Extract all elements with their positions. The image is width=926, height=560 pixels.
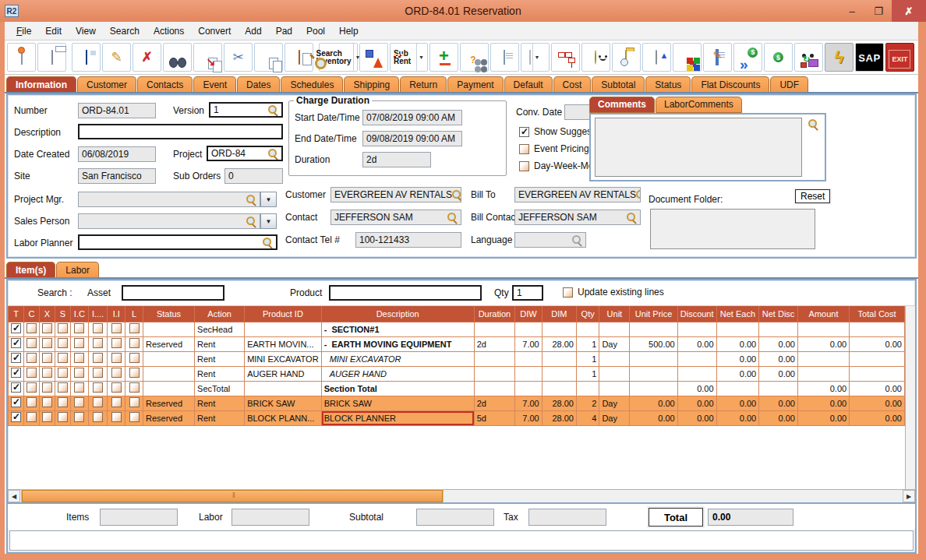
col-header-x[interactable]: X	[40, 306, 55, 322]
bill-to-search-icon[interactable]	[636, 190, 641, 200]
row-checkbox[interactable]	[93, 397, 103, 407]
row-checkbox[interactable]	[129, 397, 140, 407]
product-input[interactable]	[329, 285, 482, 301]
sales-person-dropdown[interactable]: ▼	[260, 213, 277, 229]
tab-default[interactable]: Default	[504, 76, 553, 93]
row-checkbox[interactable]	[27, 397, 37, 407]
tab-subtotal[interactable]: Subtotal	[592, 76, 645, 93]
table-row[interactable]: ReservedRentEARTH MOVIN...- EARTH MOVING…	[9, 336, 905, 351]
row-checkbox[interactable]	[42, 412, 52, 422]
row-checkbox[interactable]	[42, 397, 52, 407]
col-header-action[interactable]: Action	[195, 306, 245, 322]
row-checkbox[interactable]	[129, 338, 140, 348]
row-checkbox[interactable]	[93, 382, 103, 393]
table-row[interactable]: ReservedRentBRICK SAWBRICK SAW2d7.0028.0…	[9, 396, 905, 410]
cube-stack-button[interactable]	[673, 43, 702, 72]
sap-button[interactable]: SAP	[855, 43, 884, 72]
new-document-button[interactable]	[7, 43, 36, 72]
col-header-i-[interactable]: I....	[88, 306, 108, 322]
org-structure-button[interactable]	[551, 43, 580, 72]
tab-shipping[interactable]: Shipping	[344, 76, 399, 93]
tab-item-s-[interactable]: Item(s)	[6, 262, 55, 279]
update-existing-checkbox[interactable]	[563, 287, 573, 298]
col-header-s[interactable]: S	[55, 306, 71, 322]
tab-udf[interactable]: UDF	[770, 76, 808, 93]
labor-planner-search-icon[interactable]	[263, 238, 273, 248]
row-checkbox[interactable]	[74, 412, 84, 422]
edit-notes-button[interactable]: ✎	[703, 43, 732, 72]
row-checkbox[interactable]	[27, 338, 37, 348]
asset-input[interactable]	[122, 285, 224, 301]
col-header-total-cost[interactable]: Total Cost	[850, 306, 905, 322]
notes-button[interactable]	[490, 43, 519, 72]
project-mgr-search-icon[interactable]	[246, 195, 256, 205]
col-header-i-c[interactable]: I.C	[71, 306, 89, 322]
tab-information[interactable]: Information	[6, 76, 76, 93]
col-header-status[interactable]: Status	[143, 306, 195, 322]
schedule-calendar-button[interactable]: ▼	[521, 43, 550, 72]
col-header-net-disc[interactable]: Net Disc	[759, 306, 798, 322]
tab-cost[interactable]: Cost	[553, 76, 592, 93]
reset-button[interactable]: Reset	[795, 189, 830, 203]
event-pricing-checkbox[interactable]	[519, 144, 529, 154]
row-checkbox[interactable]	[111, 323, 122, 333]
contact-search-icon[interactable]	[447, 213, 458, 223]
col-header-unit[interactable]: Unit	[599, 306, 630, 322]
row-checkbox[interactable]	[93, 412, 103, 422]
exit-button[interactable]: EXIT	[885, 43, 914, 72]
language-field[interactable]	[514, 232, 586, 248]
tab-return[interactable]: Return	[400, 76, 447, 93]
menu-help[interactable]: Help	[332, 23, 366, 39]
tab-payment[interactable]: Payment	[447, 76, 503, 93]
menu-convert[interactable]: Convert	[191, 23, 238, 39]
customer-field[interactable]: EVERGREEN AV RENTALS	[330, 187, 461, 203]
row-checkbox[interactable]	[93, 338, 103, 348]
shortcut-key-button[interactable]: ▲	[642, 43, 671, 72]
col-header-qty[interactable]: Qty	[576, 306, 599, 322]
tab-contacts[interactable]: Contacts	[137, 76, 193, 93]
row-checkbox[interactable]	[58, 397, 68, 407]
project-mgr-dropdown[interactable]: ▼	[260, 192, 277, 207]
col-header-diw[interactable]: DIW	[515, 306, 543, 322]
smiley-button[interactable]	[581, 43, 610, 72]
tab-comments[interactable]: Comments	[589, 97, 655, 113]
col-header-amount[interactable]: Amount	[797, 306, 849, 322]
sub-rent-button[interactable]: Sub Rent▼	[390, 43, 428, 72]
table-row[interactable]: RentMINI EXCAVATORMINI EXCAVATOR10.000.0…	[9, 351, 905, 366]
row-checkbox[interactable]	[74, 338, 84, 348]
col-header-unit-price[interactable]: Unit Price	[630, 306, 677, 322]
col-header-l[interactable]: L	[125, 306, 143, 322]
col-header-duration[interactable]: Duration	[474, 306, 515, 322]
show-suggestions-checkbox[interactable]	[519, 127, 529, 137]
invoice-dollar-button[interactable]: $	[764, 43, 793, 72]
row-checkbox[interactable]	[11, 382, 21, 393]
col-header-t[interactable]: T	[9, 306, 24, 322]
product-shapes-button[interactable]	[359, 43, 388, 72]
cut-button[interactable]: ✂	[224, 43, 253, 72]
total-button[interactable]: Total	[649, 508, 703, 527]
row-checkbox[interactable]	[58, 412, 68, 422]
table-row[interactable]: ReservedRentBLOCK PLANN...BLOCK PLANNER5…	[9, 410, 905, 425]
row-checkbox[interactable]	[74, 323, 84, 333]
col-header-net-each[interactable]: Net Each	[716, 306, 759, 322]
tab-event[interactable]: Event	[193, 76, 236, 93]
document-folder-area[interactable]	[650, 209, 815, 249]
qty-input[interactable]: 1	[512, 285, 543, 301]
menu-add[interactable]: Add	[238, 23, 268, 39]
customer-search-icon[interactable]	[452, 190, 461, 200]
row-checkbox[interactable]	[27, 382, 37, 393]
menu-search[interactable]: Search	[103, 23, 147, 39]
menu-edit[interactable]: Edit	[38, 23, 69, 39]
row-checkbox[interactable]	[42, 323, 52, 333]
row-checkbox[interactable]	[42, 353, 52, 363]
forward-dollar-button[interactable]: »$	[733, 43, 762, 72]
row-checkbox[interactable]	[11, 338, 21, 348]
col-header-i-i[interactable]: I.I	[108, 306, 125, 322]
delete-button[interactable]: ✗	[133, 43, 161, 72]
find-binoculars-button[interactable]	[163, 43, 192, 72]
row-checkbox[interactable]	[129, 368, 140, 378]
row-checkbox[interactable]	[11, 353, 21, 363]
row-checkbox[interactable]	[129, 382, 140, 393]
version-field[interactable]: 1	[209, 102, 283, 118]
menu-actions[interactable]: Actions	[147, 23, 191, 39]
